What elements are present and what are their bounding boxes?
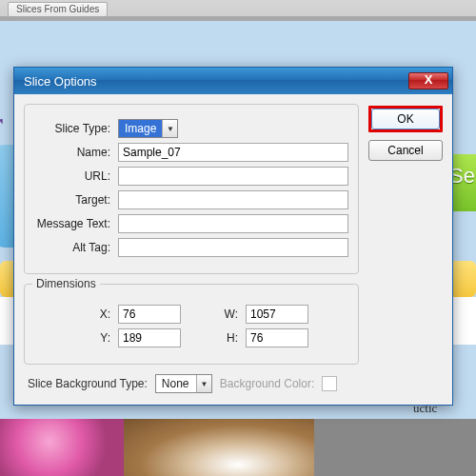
x-input[interactable] [118, 305, 181, 324]
bg-color-swatch [322, 376, 337, 391]
slice-options-dialog: Slice Options X Slice Type: Image ▼ Name… [13, 67, 453, 406]
ok-button-highlight: OK [368, 106, 443, 132]
dialog-body: Slice Type: Image ▼ Name: URL: Target: [14, 94, 452, 405]
close-icon: X [425, 72, 433, 87]
message-text-input[interactable] [118, 214, 348, 233]
name-label: Name: [34, 146, 118, 159]
alt-tag-label: Alt Tag: [34, 241, 118, 254]
url-label: URL: [34, 169, 118, 183]
x-label: X: [91, 307, 118, 321]
chevron-down-icon: ▼ [196, 375, 211, 392]
message-text-label: Message Text: [34, 217, 118, 230]
bg-letter-r: r [0, 107, 3, 139]
bg-photo-strip [0, 419, 476, 476]
slice-bg-type-row: Slice Background Type: None ▼ Background… [24, 374, 359, 393]
alt-tag-input[interactable] [118, 238, 348, 257]
target-input[interactable] [118, 190, 348, 209]
cancel-button[interactable]: Cancel [368, 140, 443, 161]
slice-bg-type-label: Slice Background Type: [28, 377, 148, 390]
url-input[interactable] [118, 167, 348, 186]
dimensions-group: Dimensions X: Y: W: [24, 284, 359, 365]
slice-type-label: Slice Type: [34, 122, 118, 135]
y-input[interactable] [118, 328, 181, 347]
slices-from-guides-button[interactable]: Slices From Guides [8, 2, 108, 17]
w-input[interactable] [246, 305, 308, 324]
slice-bg-type-value: None [156, 375, 196, 392]
bg-cup-image [124, 419, 314, 476]
bg-color-label: Background Color: [220, 377, 314, 390]
dimensions-legend: Dimensions [32, 277, 100, 290]
h-label: H: [219, 331, 246, 345]
chevron-down-icon: ▼ [162, 120, 177, 137]
slice-bg-type-select[interactable]: None ▼ [155, 374, 212, 393]
y-label: Y: [91, 331, 118, 345]
dialog-titlebar[interactable]: Slice Options X [14, 68, 452, 94]
bg-flower-image [0, 419, 124, 476]
dialog-title: Slice Options [24, 74, 408, 89]
slice-fields-group: Slice Type: Image ▼ Name: URL: Target: [24, 104, 359, 274]
slice-type-select[interactable]: Image ▼ [118, 119, 178, 138]
name-input[interactable] [118, 143, 348, 162]
close-button[interactable]: X [408, 72, 448, 89]
target-label: Target: [34, 193, 118, 207]
slice-type-value: Image [119, 120, 162, 137]
h-input[interactable] [246, 328, 308, 347]
app-toolbar: Slices From Guides [0, 0, 476, 17]
ok-button[interactable]: OK [371, 109, 440, 129]
w-label: W: [219, 307, 246, 321]
